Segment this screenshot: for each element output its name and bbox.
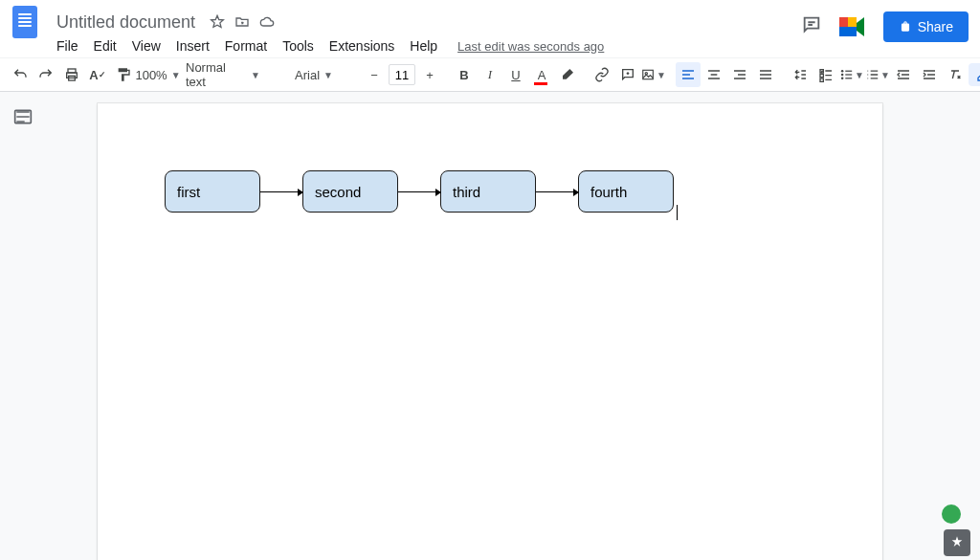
menu-extensions[interactable]: Extensions	[323, 34, 401, 57]
menu-help[interactable]: Help	[403, 34, 444, 57]
clear-formatting-button[interactable]	[943, 62, 968, 87]
numbered-list-button[interactable]: ▼	[865, 62, 890, 87]
menu-tools[interactable]: Tools	[276, 34, 321, 57]
docs-logo-icon[interactable]	[8, 5, 42, 39]
paragraph-style-select[interactable]: Normal text▼	[180, 62, 266, 87]
text-color-button[interactable]: A	[529, 62, 554, 87]
decrease-indent-button[interactable]	[891, 62, 916, 87]
increase-font-size-button[interactable]: +	[417, 62, 442, 87]
menu-file[interactable]: File	[50, 34, 85, 57]
print-button[interactable]	[59, 62, 84, 87]
svg-rect-11	[820, 78, 823, 81]
editing-mode-button[interactable]: ▼	[969, 63, 980, 86]
svg-rect-3	[839, 27, 857, 36]
align-justify-button[interactable]	[753, 62, 778, 87]
document-page[interactable]: first second third fourth	[98, 103, 882, 560]
align-center-button[interactable]	[702, 62, 726, 87]
svg-point-12	[841, 70, 844, 73]
menu-view[interactable]: View	[125, 34, 167, 57]
zoom-select[interactable]: 100%▼	[145, 62, 170, 87]
diagram-box-1[interactable]: first	[165, 170, 260, 213]
account-avatar[interactable]	[942, 504, 961, 524]
diagram-box-2[interactable]: second	[302, 170, 398, 213]
last-edit-link[interactable]: Last edit was seconds ago	[457, 39, 604, 54]
align-right-button[interactable]	[727, 62, 752, 87]
share-button[interactable]: Share	[883, 11, 969, 42]
document-outline-button[interactable]	[13, 107, 33, 130]
align-left-button[interactable]	[676, 62, 701, 87]
svg-rect-16	[845, 74, 852, 75]
diagram-box-4[interactable]: fourth	[578, 170, 674, 213]
add-comment-button[interactable]	[615, 62, 640, 87]
cloud-status-icon[interactable]	[259, 14, 275, 30]
bulleted-list-button[interactable]: ▼	[839, 62, 864, 87]
comment-history-icon[interactable]	[801, 14, 822, 39]
diagram-arrow	[536, 191, 578, 192]
svg-rect-7	[643, 70, 654, 78]
svg-rect-15	[845, 71, 852, 72]
font-select[interactable]: Arial▼	[276, 62, 352, 87]
redo-button[interactable]	[33, 62, 58, 87]
document-title-input[interactable]: Untitled document	[50, 11, 202, 34]
svg-rect-17	[845, 78, 852, 78]
checklist-button[interactable]	[813, 62, 838, 87]
spellcheck-button[interactable]: A✓	[85, 62, 110, 87]
line-spacing-button[interactable]	[788, 62, 813, 87]
paint-format-button[interactable]	[111, 62, 136, 87]
insert-link-button[interactable]	[590, 62, 614, 87]
move-icon[interactable]	[234, 14, 250, 30]
menu-format[interactable]: Format	[218, 34, 274, 57]
menu-edit[interactable]: Edit	[87, 34, 123, 57]
svg-rect-2	[848, 17, 857, 27]
svg-rect-10	[820, 74, 823, 77]
highlight-color-button[interactable]	[555, 62, 580, 87]
svg-point-14	[841, 78, 844, 80]
svg-point-13	[841, 74, 844, 77]
menu-insert[interactable]: Insert	[169, 34, 216, 57]
explore-button[interactable]	[944, 529, 970, 556]
share-label: Share	[918, 19, 953, 34]
svg-rect-1	[839, 17, 848, 27]
diagram-arrow	[398, 191, 440, 192]
meet-icon[interactable]	[837, 13, 868, 40]
diagram-arrow	[260, 191, 302, 192]
diagram-box-3[interactable]: third	[440, 170, 536, 213]
font-size-input[interactable]	[389, 64, 415, 85]
text-cursor	[677, 205, 678, 220]
decrease-font-size-button[interactable]: −	[362, 62, 387, 87]
undo-button[interactable]	[8, 62, 33, 87]
insert-image-button[interactable]: ▼	[641, 62, 666, 87]
increase-indent-button[interactable]	[917, 62, 942, 87]
underline-button[interactable]: U	[503, 62, 528, 87]
star-icon[interactable]	[210, 14, 225, 30]
italic-button[interactable]: I	[478, 62, 502, 87]
bold-button[interactable]: B	[452, 62, 477, 87]
